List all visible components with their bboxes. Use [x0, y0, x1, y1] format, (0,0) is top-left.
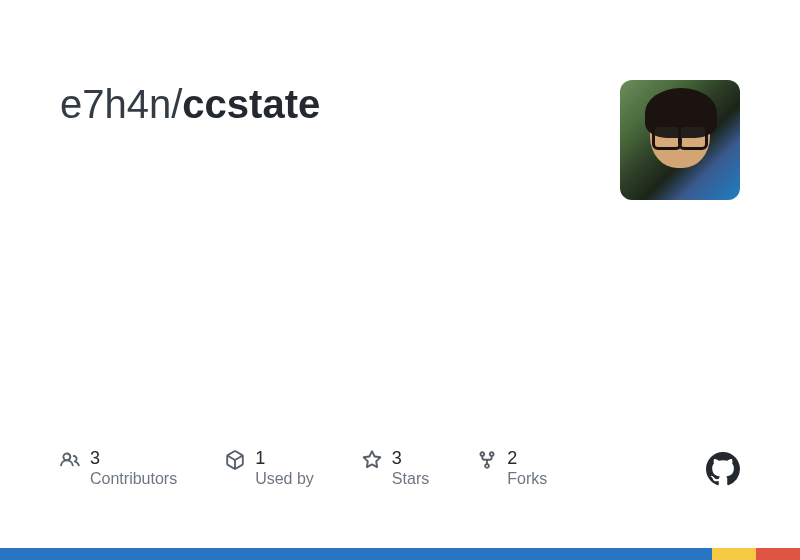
stat-value: 1	[255, 448, 314, 470]
language-segment	[756, 548, 800, 560]
stat-label: Stars	[392, 469, 429, 490]
repo-stats: 3 Contributors 1 Used by 3 Stars	[60, 448, 740, 490]
stat-value: 2	[507, 448, 547, 470]
stat-usedby[interactable]: 1 Used by	[225, 448, 314, 490]
stat-value: 3	[392, 448, 429, 470]
fork-icon	[477, 450, 497, 470]
stat-value: 3	[90, 448, 177, 470]
stat-contributors[interactable]: 3 Contributors	[60, 448, 177, 490]
star-icon	[362, 450, 382, 470]
package-icon	[225, 450, 245, 470]
language-segment	[0, 548, 712, 560]
stat-stars[interactable]: 3 Stars	[362, 448, 429, 490]
repo-separator: /	[171, 82, 182, 126]
repo-name[interactable]: ccstate	[182, 82, 320, 126]
stat-label: Forks	[507, 469, 547, 490]
repo-owner[interactable]: e7h4n	[60, 82, 171, 126]
owner-avatar[interactable]	[620, 80, 740, 200]
stat-label: Used by	[255, 469, 314, 490]
stat-forks[interactable]: 2 Forks	[477, 448, 547, 490]
language-segment	[712, 548, 756, 560]
language-bar	[0, 548, 800, 560]
github-logo-icon[interactable]	[706, 452, 740, 486]
repo-title: e7h4n/ccstate	[60, 80, 320, 128]
stat-label: Contributors	[90, 469, 177, 490]
people-icon	[60, 450, 80, 470]
